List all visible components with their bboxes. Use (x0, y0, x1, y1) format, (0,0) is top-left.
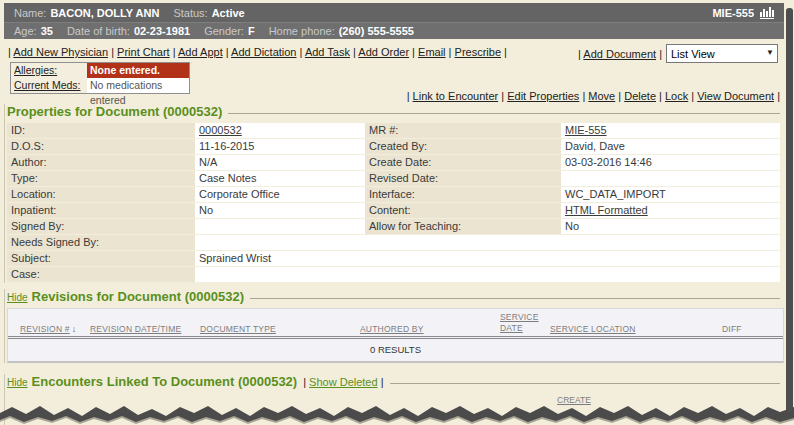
edit-properties-link[interactable]: Edit Properties (507, 90, 579, 102)
show-deleted-link[interactable]: Show Deleted (309, 376, 378, 388)
properties-table: ID:0000532MR #:MIE-555 D.O.S:11-16-2015C… (7, 123, 784, 282)
table-row: Type:Case NotesRevised Date: (7, 171, 784, 186)
patient-gender: F (248, 25, 255, 37)
torn-edge-right (786, 8, 793, 412)
name-label: Name: (14, 7, 46, 19)
legend-rule (390, 383, 780, 384)
add-order-link[interactable]: Add Order (358, 46, 409, 58)
add-appt-link[interactable]: Add Appt (178, 46, 223, 58)
table-row: Subject:Sprained Wrist (7, 251, 784, 266)
patient-name: BACON, DOLLY ANN (50, 7, 159, 19)
legend-rule (250, 298, 780, 299)
gender-label: Gender: (204, 25, 244, 37)
table-row: Inpatient:NoContent:HTML Formatted (7, 203, 784, 218)
age-label: Age: (14, 25, 37, 37)
email-link[interactable]: Email (418, 46, 446, 58)
table-row: Author:N/ACreate Date:03-03-2016 14:46 (7, 155, 784, 170)
table-row: Location:Corporate OfficeInterface:WC_DA… (7, 187, 784, 202)
content-format-link[interactable]: HTML Formatted (565, 204, 648, 216)
sort-descending-icon: ↓ (72, 324, 77, 334)
phone-label: Home phone: (269, 25, 335, 37)
encounters-legend: Hide Encounters Linked To Document (0000… (7, 374, 784, 389)
properties-section: Properties for Document (0000532) ID:000… (4, 104, 784, 283)
patient-banner-row2: Age: 35 Date of birth: 02-23-1981 Gender… (4, 22, 784, 39)
table-row: D.O.S:11-16-2015Created By:David, Dave (7, 139, 784, 154)
bar-chart-icon[interactable] (760, 6, 774, 19)
add-new-physician-link[interactable]: Add New Physician (13, 46, 108, 58)
column-service-location[interactable]: SERVICE LOCATION (550, 324, 636, 334)
add-dictation-link[interactable]: Add Dictation (231, 46, 296, 58)
patient-age: 35 (41, 25, 53, 37)
allergies-status-badge: None entered. (87, 63, 189, 78)
allergies-link[interactable]: Allergies: (14, 64, 57, 76)
status-label: Status: (173, 7, 207, 19)
column-service-date[interactable]: SERVICE DATE (500, 312, 539, 333)
table-row: ID:0000532MR #:MIE-555 (7, 123, 784, 138)
table-row: Needs Signed By: (7, 235, 784, 250)
add-document-link[interactable]: Add Document (583, 48, 656, 60)
revisions-legend: Hide Revisions for Document (0000532) (7, 289, 784, 304)
link-to-encounter-link[interactable]: Link to Encounter (413, 90, 499, 102)
properties-title: Properties for Document (0000532) (7, 104, 222, 119)
document-id-link[interactable]: 0000532 (199, 124, 242, 136)
column-revision-datetime[interactable]: REVISION DATE/TIME (90, 324, 181, 334)
mr-number-badge: MIE-555 (712, 7, 754, 19)
delete-link[interactable]: Delete (624, 90, 656, 102)
document-action-links: Link to EncounterEdit PropertiesMoveDele… (407, 90, 780, 102)
table-row: Signed By:Allow for Teaching:No (7, 219, 784, 234)
patient-phone: (260) 555-5555 (339, 25, 414, 37)
column-create-partial: CREATE (557, 395, 591, 405)
allergy-meds-box: Allergies: None entered. Current Meds: N… (10, 62, 190, 94)
hide-encounters-link[interactable]: Hide (7, 377, 28, 389)
current-meds-link[interactable]: Current Meds: (14, 79, 81, 91)
view-document-link[interactable]: View Document (697, 90, 774, 102)
patient-banner-row1: Name: BACON, DOLLY ANN Status: Active MI… (4, 3, 784, 22)
allergies-row: Allergies: None entered. (11, 63, 189, 78)
add-task-link[interactable]: Add Task (305, 46, 350, 58)
column-document-type[interactable]: DOCUMENT TYPE (200, 324, 276, 334)
revisions-table-header: REVISION #↓ REVISION DATE/TIME DOCUMENT … (8, 309, 783, 339)
mr-number-link[interactable]: MIE-555 (565, 124, 607, 136)
table-row: Case: (7, 267, 784, 282)
revisions-title: Revisions for Document (0000532) (32, 289, 244, 304)
current-meds-row: Current Meds: No medications entered (11, 78, 189, 93)
revisions-section: Hide Revisions for Document (0000532) RE… (4, 289, 784, 363)
hide-revisions-link[interactable]: Hide (7, 292, 28, 304)
dob-label: Date of birth: (67, 25, 130, 37)
lock-link[interactable]: Lock (665, 90, 688, 102)
encounters-section: Hide Encounters Linked To Document (0000… (4, 374, 784, 425)
revisions-results-count: 0 RESULTS (8, 339, 783, 361)
patient-dob: 02-23-1981 (134, 25, 190, 37)
current-meds-status: No medications entered (87, 78, 189, 93)
add-document-area: Add Document List View ▼ (578, 44, 778, 63)
view-select[interactable]: List View (666, 44, 778, 63)
revisions-table: REVISION #↓ REVISION DATE/TIME DOCUMENT … (7, 308, 784, 363)
prescribe-link[interactable]: Prescribe (455, 46, 501, 58)
column-authored-by[interactable]: AUTHORED BY (360, 324, 424, 334)
ehr-document-properties-page: Name: BACON, DOLLY ANN Status: Active MI… (0, 0, 794, 425)
chart-toolbar: Add New PhysicianPrint ChartAdd ApptAdd … (8, 46, 507, 58)
move-link[interactable]: Move (588, 90, 615, 102)
print-chart-link[interactable]: Print Chart (117, 46, 170, 58)
column-revision-number[interactable]: REVISION # (20, 324, 70, 334)
patient-status: Active (212, 7, 245, 19)
column-diff: DIFF (722, 324, 742, 334)
legend-rule (228, 113, 780, 114)
properties-legend: Properties for Document (0000532) (7, 104, 784, 119)
encounters-title: Encounters Linked To Document (0000532) (32, 374, 298, 389)
